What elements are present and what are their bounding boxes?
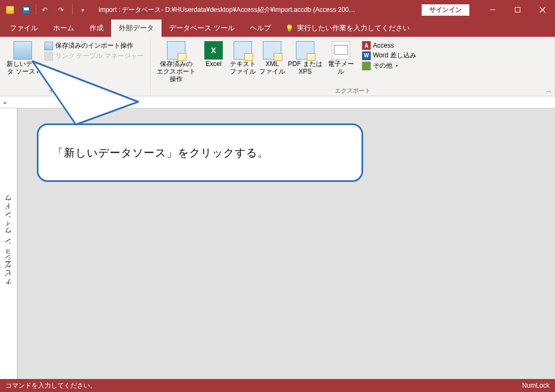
xml-file-icon	[263, 41, 281, 60]
app-icon[interactable]	[3, 3, 16, 16]
export-text-label: テキスト ファイル	[230, 61, 256, 76]
qat-customize[interactable]: ▾	[76, 3, 89, 16]
export-text-button[interactable]: テキスト ファイル	[229, 39, 257, 76]
window-title: import : データベース- D:¥HUserdata¥desktop¥Ac…	[92, 5, 422, 15]
chevron-down-icon: ▾	[65, 8, 67, 12]
other-icon	[362, 62, 371, 70]
text-file-icon	[234, 41, 252, 60]
tab-create[interactable]: 作成	[82, 19, 111, 37]
maximize-icon	[514, 6, 521, 13]
data-source-icon	[14, 41, 32, 60]
minimize-button[interactable]	[480, 0, 505, 19]
svg-rect-1	[515, 8, 520, 12]
saved-imports-label: 保存済みのインポート操作	[55, 41, 133, 50]
chevron-down-icon: ▾	[49, 8, 51, 12]
quick-access-toolbar: ↶▾ ↷▾ ▾	[0, 3, 92, 16]
ribbon-tabs: ファイル ホーム 作成 外部データ データベース ツール ヘルプ 💡 実行したい…	[0, 19, 555, 37]
callout-pointer-icon	[27, 58, 146, 129]
status-numlock: NumLock	[522, 382, 550, 389]
export-icon	[167, 41, 185, 60]
export-access-button[interactable]: A Access	[362, 41, 416, 50]
excel-icon: X	[204, 41, 223, 60]
export-pdf-label: PDF または XPS	[288, 61, 322, 76]
tab-home[interactable]: ホーム	[46, 19, 82, 37]
saved-exports-label: 保存済みの エクスポート操作	[154, 61, 198, 83]
save-icon	[22, 6, 30, 14]
navigation-pane[interactable]: ナビゲーション ウィンドウ	[0, 108, 17, 379]
tab-file[interactable]: ファイル	[2, 19, 46, 37]
close-icon	[539, 6, 546, 13]
saved-imports-button[interactable]: 保存済みのインポート操作	[44, 41, 144, 50]
close-button[interactable]	[530, 0, 555, 19]
expand-panel-button[interactable]: »	[1, 99, 9, 106]
export-excel-button[interactable]: X Excel	[201, 39, 227, 68]
group-export-label: エクスポート	[151, 87, 554, 96]
svg-marker-4	[33, 61, 138, 125]
window-controls	[480, 0, 555, 19]
minimize-icon	[489, 6, 496, 13]
tab-help[interactable]: ヘルプ	[242, 19, 279, 37]
export-email-label: 電子メール	[325, 61, 357, 76]
saved-exports-button[interactable]: 保存済みの エクスポート操作	[154, 39, 198, 83]
tell-me-search[interactable]: 💡 実行したい作業を入力してください	[279, 19, 416, 37]
group-export: 保存済みの エクスポート操作 X Excel テキスト ファイル XML ファイ…	[151, 37, 555, 96]
callout-annotation: 「新しいデータソース」をクリックする。	[37, 123, 363, 182]
chevron-down-icon: ▾	[396, 63, 398, 68]
import-icon	[44, 42, 53, 50]
word-icon: W	[362, 51, 371, 60]
export-word-merge-button[interactable]: W Word 差し込み	[362, 51, 416, 60]
export-xml-label: XML ファイル	[259, 61, 285, 76]
redo-button[interactable]: ↷▾	[56, 3, 69, 16]
pdf-icon	[296, 41, 314, 60]
chevron-down-icon: ▾	[81, 7, 84, 13]
lightbulb-icon: 💡	[285, 24, 294, 32]
separator	[36, 4, 36, 15]
export-pdf-button[interactable]: PDF または XPS	[287, 39, 323, 76]
maximize-button[interactable]	[505, 0, 530, 19]
access-icon: A	[362, 41, 371, 50]
export-other-label: その他	[373, 61, 392, 70]
export-email-button[interactable]: 電子メール	[325, 39, 357, 76]
separator	[72, 4, 73, 15]
collapse-ribbon-button[interactable]: ︿	[546, 87, 552, 95]
save-button[interactable]	[20, 3, 33, 16]
callout-box: 「新しいデータソース」をクリックする。	[37, 123, 363, 182]
export-word-label: Word 差し込み	[373, 51, 416, 60]
export-excel-label: Excel	[205, 61, 221, 68]
export-xml-button[interactable]: XML ファイル	[259, 39, 285, 76]
status-left: コマンドを入力してください。	[5, 381, 96, 390]
mail-icon	[332, 41, 350, 60]
undo-button[interactable]: ↶▾	[40, 3, 53, 16]
sign-in-button[interactable]: サインイン	[422, 4, 469, 16]
callout-text: 「新しいデータソース」をクリックする。	[53, 146, 269, 160]
status-bar: コマンドを入力してください。 NumLock	[0, 379, 555, 392]
navigation-pane-label: ナビゲーション ウィンドウ	[4, 198, 13, 290]
title-bar: ↶▾ ↷▾ ▾ import : データベース- D:¥HUserdata¥de…	[0, 0, 555, 19]
tab-external-data[interactable]: 外部データ	[111, 19, 162, 37]
export-access-label: Access	[373, 42, 394, 49]
chevron-up-icon: ︿	[546, 87, 552, 94]
tell-me-placeholder: 実行したい作業を入力してください	[297, 23, 410, 33]
export-other-button[interactable]: その他 ▾	[362, 61, 416, 70]
tab-database-tools[interactable]: データベース ツール	[162, 19, 242, 37]
